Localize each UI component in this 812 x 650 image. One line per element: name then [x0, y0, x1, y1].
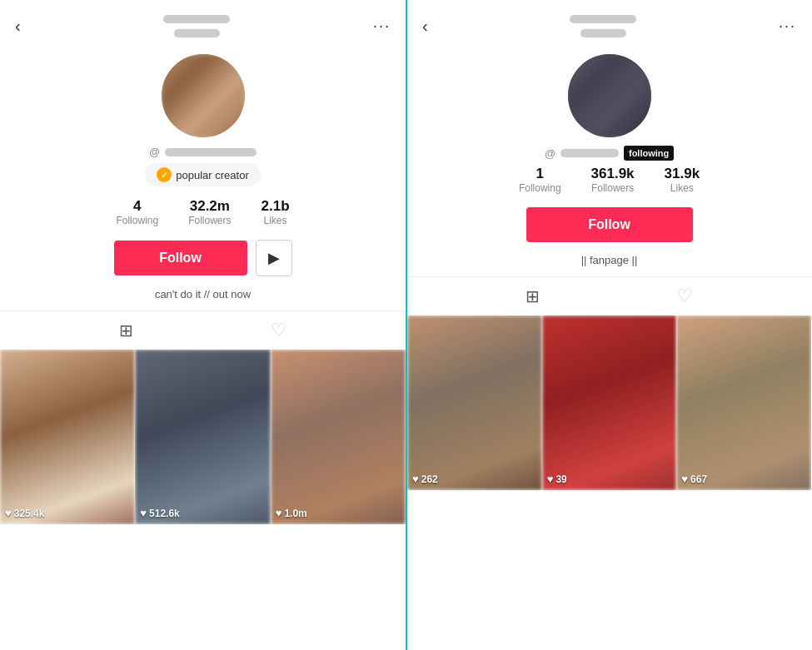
left-likes-value: 2.1b — [262, 198, 290, 215]
right-phone-panel: ‹ ··· @ following 1 Follow — [406, 0, 811, 650]
left-title-line-1 — [163, 15, 230, 23]
right-video-bg-2 — [542, 315, 677, 490]
left-action-row: Follow ▶ — [114, 240, 292, 276]
right-video-bg-1 — [407, 315, 542, 490]
left-profile-section: @ ✓ popular creator 4 Following 32.2m Fo… — [0, 46, 406, 310]
left-video-cell-2[interactable]: ♥ 512.6k — [135, 350, 270, 524]
right-heart-tab-icon[interactable]: ♡ — [676, 285, 693, 307]
left-username-bar: @ — [149, 146, 257, 158]
left-badge-check-icon: ✓ — [157, 167, 172, 182]
right-video-grid: ♥ 262 ♥ 39 ♥ 667 — [407, 315, 811, 490]
right-heart-icon-2: ♥ — [547, 473, 554, 485]
right-title-line-2 — [580, 29, 626, 37]
left-heart-icon-1: ♥ — [5, 507, 12, 519]
right-video-likes-1: ♥ 262 — [412, 473, 438, 485]
right-likes-label: Likes — [670, 182, 694, 194]
right-followers-label: Followers — [591, 182, 634, 194]
left-likes-label: Likes — [264, 215, 287, 226]
right-header: ‹ ··· — [407, 0, 811, 46]
left-video-likes-2: ♥ 512.6k — [140, 507, 179, 519]
right-likes-value: 31.9k — [665, 166, 700, 182]
right-stats-row: 1 Following 361.9k Followers 31.9k Likes — [519, 166, 700, 194]
right-at-symbol: @ — [545, 147, 555, 160]
left-popular-badge: ✓ popular creator — [145, 163, 260, 186]
left-video-bg-1 — [0, 350, 135, 524]
right-video-likes-3: ♥ 667 — [681, 473, 707, 485]
left-username-placeholder — [165, 148, 257, 156]
right-action-row: Follow — [526, 207, 693, 242]
left-stat-following: 4 Following — [116, 198, 158, 226]
left-follow-button[interactable]: Follow — [114, 241, 247, 275]
right-video-cell-2[interactable]: ♥ 39 — [542, 315, 677, 490]
left-stat-likes: 2.1b Likes — [262, 198, 290, 226]
left-heart-icon-3: ♥ — [276, 507, 282, 519]
left-tab-bar: ⊞ ♡ — [0, 310, 406, 350]
left-stats-row: 4 Following 32.2m Followers 2.1b Likes — [116, 198, 289, 226]
left-header: ‹ ··· — [0, 0, 406, 46]
right-heart-icon-1: ♥ — [412, 473, 419, 485]
left-header-title — [163, 15, 230, 37]
right-follow-button[interactable]: Follow — [526, 207, 693, 242]
right-username-bar: @ following — [545, 146, 674, 161]
left-heart-tab-icon[interactable]: ♡ — [271, 320, 287, 341]
left-following-label: Following — [116, 215, 158, 226]
right-heart-icon-3: ♥ — [681, 473, 688, 485]
right-video-likes-2: ♥ 39 — [547, 473, 567, 485]
right-title-line-1 — [570, 15, 636, 23]
left-bio: can't do it // out now — [155, 288, 251, 300]
left-video-cell-1[interactable]: ♥ 325.4k — [0, 350, 135, 524]
left-more-button[interactable]: ··· — [373, 17, 391, 35]
right-video-cell-1[interactable]: ♥ 262 — [407, 315, 542, 490]
right-following-label: Following — [519, 182, 561, 194]
right-followers-value: 361.9k — [591, 166, 635, 182]
left-video-grid: ♥ 325.4k ♥ 512.6k ♥ 1.0m — [0, 350, 406, 524]
left-avatar — [162, 54, 245, 137]
right-video-bg-3 — [676, 315, 811, 490]
right-stat-likes: 31.9k Likes — [665, 166, 700, 194]
left-tab-section: ⊞ ♡ — [0, 310, 406, 350]
left-avatar-image — [162, 54, 245, 137]
left-badge-label: popular creator — [176, 169, 248, 181]
left-play-icon: ▶ — [268, 249, 280, 267]
right-stat-following: 1 Following — [519, 166, 561, 194]
left-followers-label: Followers — [188, 215, 231, 226]
right-username-placeholder — [560, 149, 619, 157]
right-tab-section: ⊞ ♡ — [407, 276, 811, 315]
left-heart-icon-2: ♥ — [140, 507, 147, 519]
left-at-symbol: @ — [149, 146, 160, 158]
left-stat-followers: 32.2m Followers — [188, 198, 231, 226]
left-video-likes-3: ♥ 1.0m — [276, 507, 307, 519]
left-back-button[interactable]: ‹ — [15, 17, 21, 36]
right-header-title — [570, 15, 636, 37]
left-video-bg-3 — [271, 350, 406, 524]
right-bio: || fanpage || — [581, 254, 638, 266]
right-following-value: 1 — [536, 166, 543, 182]
right-avatar — [568, 54, 651, 137]
right-more-button[interactable]: ··· — [779, 17, 796, 35]
left-following-value: 4 — [133, 198, 141, 215]
right-following-badge: following — [624, 146, 674, 161]
left-video-bg-2 — [135, 350, 270, 524]
left-grid-tab-icon[interactable]: ⊞ — [119, 320, 133, 340]
left-title-line-2 — [174, 29, 220, 37]
right-grid-tab-icon[interactable]: ⊞ — [526, 286, 540, 306]
left-video-cell-3[interactable]: ♥ 1.0m — [271, 350, 406, 524]
left-video-likes-1: ♥ 325.4k — [5, 507, 44, 519]
left-followers-value: 32.2m — [190, 198, 230, 215]
left-video-button[interactable]: ▶ — [256, 240, 292, 276]
right-video-cell-3[interactable]: ♥ 667 — [676, 315, 811, 490]
right-stat-followers: 361.9k Followers — [591, 166, 635, 194]
left-phone-panel: ‹ ··· @ ✓ popular creator — [0, 0, 406, 650]
right-avatar-image — [568, 54, 651, 137]
right-tab-bar: ⊞ ♡ — [407, 276, 811, 315]
right-profile-section: @ following 1 Following 361.9k Followers… — [407, 46, 811, 276]
right-back-button[interactable]: ‹ — [422, 17, 428, 36]
